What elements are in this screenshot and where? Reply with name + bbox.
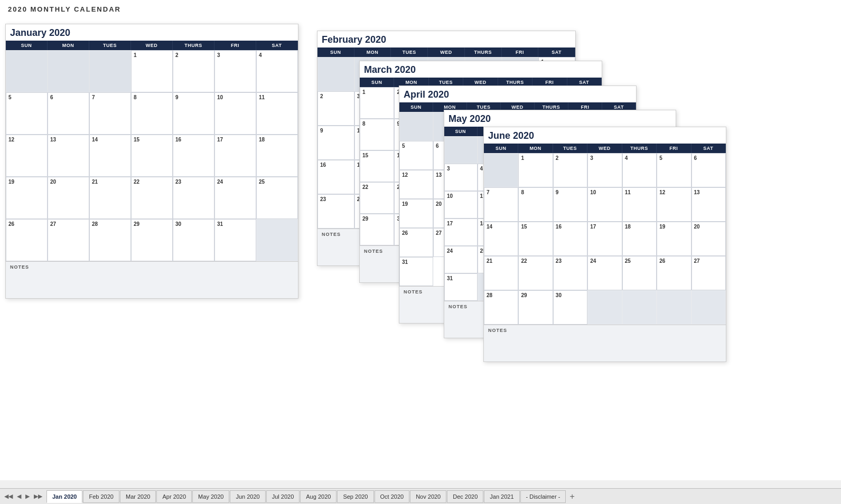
jan-hdr-sun: SUN (6, 41, 48, 50)
sheet-nav-right-right[interactable]: ▶▶ (32, 492, 44, 501)
table-row: 17 (214, 135, 256, 177)
table-row (317, 57, 354, 91)
apr-hdr-sun: SUN (399, 102, 433, 112)
table-row: 15 (131, 135, 173, 177)
sheet-nav-left-left[interactable]: ◀◀ (3, 492, 14, 501)
table-row: 16 (317, 160, 354, 194)
tab-sep-2020[interactable]: Sep 2020 (337, 490, 373, 503)
table-row: 7 (484, 187, 518, 222)
table-row (256, 219, 298, 261)
table-row: 24 (214, 177, 256, 219)
table-row: 9 (173, 92, 214, 135)
feb-hdr-tues: TUES (391, 47, 428, 57)
mar-hdr-sun: SUN (360, 78, 394, 87)
table-row: 22 (518, 256, 553, 290)
tab-dec-2020[interactable]: Dec 2020 (447, 490, 483, 503)
table-row: 27 (48, 219, 89, 261)
tab-feb-2020[interactable]: Feb 2020 (83, 490, 119, 503)
table-row: 24 (587, 256, 622, 290)
add-sheet-button[interactable]: + (566, 492, 577, 501)
table-row: 12 (399, 170, 433, 199)
spreadsheet-area: 2020 MONTHLY CALENDAR January 2020 SUN M… (0, 0, 841, 480)
table-row: 28 (89, 219, 131, 261)
table-row: 22 (360, 182, 394, 214)
table-row: 19 (399, 199, 433, 228)
jan-hdr-mon: MON (48, 41, 89, 50)
june-title: June 2020 (484, 127, 726, 144)
table-row: 10 (444, 191, 478, 218)
tab-aug-2020[interactable]: Aug 2020 (300, 490, 337, 503)
tab-apr-2020[interactable]: Apr 2020 (156, 490, 192, 503)
table-row: 26 (6, 219, 48, 261)
table-row: 29 (360, 214, 394, 245)
table-row: 3 (214, 50, 256, 92)
table-row: 9 (317, 126, 354, 160)
table-row: 3 (444, 164, 478, 191)
table-row: 16 (553, 222, 587, 256)
table-row: 10 (214, 92, 256, 135)
table-row: 21 (89, 177, 131, 219)
tab-oct-2020[interactable]: Oct 2020 (375, 490, 410, 503)
sheet-nav-right[interactable]: ▶ (24, 492, 31, 501)
sheet-nav-left[interactable]: ◀ (15, 492, 23, 501)
march-title: March 2020 (360, 61, 602, 78)
feb-hdr-sun: SUN (317, 47, 354, 57)
jun-hdr-wed: WED (587, 144, 622, 153)
table-row: 2 (173, 50, 214, 92)
table-row: 18 (256, 135, 298, 177)
table-row: 6 (692, 153, 726, 187)
table-row: 17 (587, 222, 622, 256)
tab-mar-2020[interactable]: Mar 2020 (120, 490, 156, 503)
jun-hdr-fri: FRI (657, 144, 691, 153)
table-row: 4 (622, 153, 657, 187)
table-row: 15 (360, 150, 394, 182)
tab-may-2020[interactable]: May 2020 (192, 490, 229, 503)
table-row (657, 290, 691, 325)
feb-hdr-fri: FRI (502, 47, 539, 57)
table-row (399, 112, 433, 141)
table-row: 23 (553, 256, 587, 290)
tab-jul-2020[interactable]: Jul 2020 (266, 490, 300, 503)
jan-hdr-sat: SAT (256, 41, 298, 50)
table-row: 7 (89, 92, 131, 135)
january-title: January 2020 (6, 24, 298, 41)
table-row: 31 (399, 257, 433, 286)
table-row: 2 (553, 153, 587, 187)
feb-hdr-wed: WED (428, 47, 465, 57)
table-row: 24 (444, 246, 478, 273)
table-row: 12 (657, 187, 691, 222)
tab-jun-2020[interactable]: Jun 2020 (230, 490, 265, 503)
table-row: 21 (484, 256, 518, 290)
table-row: 13 (692, 187, 726, 222)
table-row: 11 (256, 92, 298, 135)
table-row: 8 (131, 92, 173, 135)
table-row: 30 (173, 219, 214, 261)
table-row: 11 (622, 187, 657, 222)
table-row: 23 (173, 177, 214, 219)
february-title: February 2020 (317, 31, 575, 47)
table-row: 19 (6, 177, 48, 219)
table-row: 25 (256, 177, 298, 219)
table-row (89, 50, 131, 92)
tab-jan-2021[interactable]: Jan 2021 (484, 490, 519, 503)
table-row (692, 290, 726, 325)
tab-jan-2020[interactable]: Jan 2020 (46, 490, 82, 503)
jun-hdr-tues: TUES (553, 144, 587, 153)
june-body: 1 2 3 4 5 6 7 8 9 10 11 12 13 14 15 16 1… (484, 153, 726, 325)
april-title: April 2020 (399, 86, 636, 102)
table-row: 3 (587, 153, 622, 187)
table-row: 26 (657, 256, 691, 290)
table-row: 31 (444, 273, 478, 301)
table-row (622, 290, 657, 325)
table-row: 4 (256, 50, 298, 92)
table-row: 15 (518, 222, 553, 256)
table-row: 30 (553, 290, 587, 325)
tab-disclaimer[interactable]: - Disclaimer - (520, 490, 566, 503)
table-row: 10 (587, 187, 622, 222)
table-row: 19 (657, 222, 691, 256)
tab-nov-2020[interactable]: Nov 2020 (410, 490, 446, 503)
table-row: 20 (48, 177, 89, 219)
table-row: 9 (553, 187, 587, 222)
table-row: 20 (692, 222, 726, 256)
page-title: 2020 MONTHLY CALENDAR (8, 5, 121, 13)
